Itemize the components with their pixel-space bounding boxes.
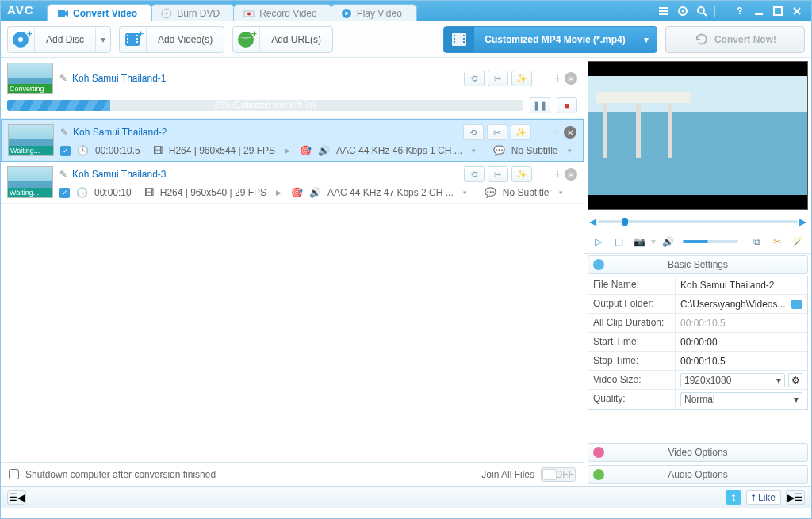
status-badge: Waiting...: [9, 146, 53, 155]
add-icon[interactable]: +: [553, 125, 561, 139]
svg-rect-33: [454, 41, 455, 43]
stop-button[interactable]: ■: [557, 97, 577, 113]
edit-icon[interactable]: ✎: [59, 169, 67, 180]
checkbox-icon[interactable]: ✓: [60, 146, 71, 156]
panel-right-button[interactable]: ▶☰: [786, 490, 805, 505]
snapshot-button[interactable]: 📷: [630, 234, 648, 250]
facebook-like-button[interactable]: fLike: [746, 490, 781, 505]
edit-icon[interactable]: ✎: [59, 73, 67, 84]
svg-rect-14: [774, 7, 782, 15]
list-item[interactable]: Waiting... ✎ Koh Samui Thailand-2 ⟲ ✂ ✨: [1, 119, 584, 162]
shutdown-checkbox[interactable]: [9, 469, 19, 479]
stop-button[interactable]: ▢: [610, 234, 627, 250]
search-icon[interactable]: [695, 5, 708, 17]
remove-icon[interactable]: ✕: [565, 168, 577, 181]
replay-button[interactable]: ⟲: [464, 166, 485, 182]
effects-button[interactable]: ✨: [511, 124, 531, 140]
remove-icon[interactable]: ✕: [564, 126, 576, 139]
speaker-icon: 🔊: [318, 145, 330, 156]
cut-button[interactable]: ✂: [488, 71, 508, 86]
chevron-down-icon[interactable]: ▾: [565, 147, 575, 155]
tab-play-video[interactable]: Play Video: [331, 4, 417, 21]
setting-key: File Name:: [588, 276, 676, 294]
add-videos-button[interactable]: + Add Video(s): [119, 26, 224, 53]
close-icon[interactable]: [791, 5, 803, 17]
start-time-value[interactable]: 00:00:00: [676, 333, 807, 351]
svg-rect-8: [659, 13, 668, 15]
svg-point-18: [18, 37, 23, 42]
tab-label: Record Video: [259, 8, 317, 19]
dropdown-icon[interactable]: ▾: [636, 34, 657, 45]
add-icon[interactable]: +: [554, 71, 561, 86]
stop-time-value[interactable]: 00:00:10.5: [676, 352, 807, 370]
cut-button[interactable]: ✂: [488, 166, 508, 182]
replay-button[interactable]: ⟲: [464, 71, 485, 86]
button-label: Add Video(s): [147, 34, 224, 45]
menu-icon[interactable]: [657, 5, 670, 17]
chevron-down-icon[interactable]: ▾: [651, 236, 656, 247]
video-options-header[interactable]: Video Options: [588, 443, 808, 462]
crop-button[interactable]: ⧉: [748, 234, 765, 250]
panel-left-button[interactable]: ☰◀: [7, 490, 26, 505]
subtitle-icon: 💬: [493, 145, 505, 156]
file-name-value[interactable]: Koh Samui Thailand-2: [676, 276, 807, 294]
video-icon: [57, 8, 68, 19]
preview-timeline[interactable]: ◀ ▶: [584, 213, 811, 231]
checkbox-icon[interactable]: ✓: [59, 188, 70, 198]
section-title: Basic Settings: [668, 259, 728, 270]
trim-button[interactable]: ✂: [768, 234, 786, 250]
settings-icon[interactable]: [676, 5, 689, 17]
add-icon[interactable]: +: [554, 167, 561, 181]
start-marker-icon[interactable]: ◀: [589, 216, 596, 227]
svg-text:+: +: [138, 29, 144, 40]
join-files-toggle[interactable]: OFF: [541, 467, 576, 482]
end-marker-icon[interactable]: ▶: [799, 216, 806, 227]
help-icon[interactable]: ?: [733, 5, 746, 17]
chevron-down-icon[interactable]: ▾: [460, 189, 470, 197]
add-urls-button[interactable]: + Add URL(s): [232, 26, 333, 53]
playhead[interactable]: [622, 218, 628, 226]
tab-convert-video[interactable]: Convert Video: [47, 4, 152, 21]
output-profile-selector[interactable]: Customized MP4 Movie (*.mp4) ▾: [443, 26, 657, 53]
folder-icon[interactable]: [791, 300, 802, 309]
maximize-icon[interactable]: [772, 5, 784, 17]
subtitle-text: No Subtitle: [511, 145, 558, 156]
add-disc-button[interactable]: + Add Disc ▾: [7, 26, 111, 53]
remove-icon[interactable]: ✕: [565, 72, 577, 85]
twitter-button[interactable]: t: [726, 490, 741, 505]
film-icon: [444, 27, 474, 52]
basic-settings-header[interactable]: Basic Settings: [588, 255, 808, 274]
pause-button[interactable]: ❚❚: [530, 97, 550, 113]
shutdown-label: Shutdown computer after conversion finis…: [25, 469, 216, 480]
list-item[interactable]: Waiting... ✎ Koh Samui Thailand-3 ⟲ ✂ ✨: [1, 162, 584, 204]
minimize-icon[interactable]: [753, 5, 765, 17]
volume-icon[interactable]: 🔊: [659, 234, 676, 250]
chevron-down-icon[interactable]: ▾: [556, 189, 566, 197]
replay-button[interactable]: ⟲: [463, 124, 484, 140]
quality-select[interactable]: Normal▾: [680, 392, 802, 406]
magic-button[interactable]: 🪄: [789, 234, 806, 250]
convert-now-button[interactable]: Convert Now!: [665, 26, 805, 53]
profile-label: Customized MP4 Movie (*.mp4): [474, 34, 636, 45]
list-item[interactable]: Converting ✎ Koh Samui Thailand-1 ⟲ ✂ ✨ …: [1, 58, 584, 119]
play-button[interactable]: ▷: [589, 234, 607, 250]
effects-button[interactable]: ✨: [511, 71, 532, 86]
video-size-select[interactable]: 1920x1080▾: [680, 373, 785, 387]
record-icon: [243, 8, 255, 19]
chevron-right-icon[interactable]: ▶: [273, 189, 285, 197]
edit-icon[interactable]: ✎: [60, 127, 68, 138]
volume-slider[interactable]: [683, 240, 738, 243]
tab-record-video[interactable]: Record Video: [233, 4, 332, 21]
output-folder-value[interactable]: C:\Users\yangh\Videos...: [676, 295, 807, 313]
effects-button[interactable]: ✨: [511, 166, 532, 182]
chevron-down-icon[interactable]: ▾: [469, 147, 479, 155]
status-bar: ☰◀ t fLike ▶☰: [1, 486, 811, 508]
dropdown-icon[interactable]: ▾: [95, 27, 110, 52]
audio-options-header[interactable]: Audio Options: [588, 465, 808, 484]
svg-text:+: +: [27, 29, 32, 40]
preview-pane[interactable]: [588, 61, 808, 210]
cut-button[interactable]: ✂: [487, 124, 508, 140]
chevron-right-icon[interactable]: ▶: [282, 147, 293, 155]
gear-icon[interactable]: ⚙: [788, 373, 802, 387]
tab-burn-dvd[interactable]: Burn DVD: [151, 4, 235, 21]
